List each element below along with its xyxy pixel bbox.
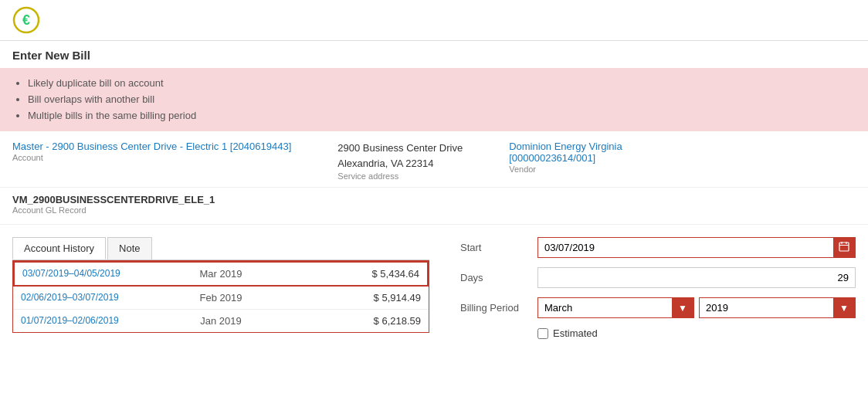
month-select-wrapper: JanuaryFebruaryMarchAprilMayJuneJulyAugu…: [537, 297, 694, 318]
alert-item: Bill overlaps with another bill: [28, 92, 856, 108]
start-date-input[interactable]: [538, 238, 833, 257]
tab-note[interactable]: Note: [107, 237, 151, 259]
estimated-label[interactable]: Estimated: [553, 327, 598, 339]
estimated-row: Estimated: [537, 327, 856, 339]
page-title: Enter New Bill: [0, 41, 868, 68]
year-select-wrapper: 20172018201920202021 ▼: [699, 297, 856, 318]
vendor-block: Dominion Energy Virginia [00000023614/00…: [509, 141, 622, 181]
days-input[interactable]: [537, 267, 856, 288]
vendor-link[interactable]: Dominion Energy Virginia [00000023614/00…: [509, 141, 622, 164]
address-label: Service address: [337, 171, 463, 181]
account-link[interactable]: Master - 2900 Business Center Drive - El…: [12, 141, 291, 152]
days-label: Days: [460, 272, 537, 283]
history-amount: $ 6,218.59: [287, 315, 421, 327]
top-bar: €: [0, 0, 868, 41]
vendor-label: Vendor: [509, 164, 622, 174]
history-date-range: 02/06/2019–03/07/2019: [21, 292, 154, 304]
svg-rect-2: [839, 243, 849, 251]
alert-item: Likely duplicate bill on account: [28, 76, 856, 92]
address-block: 2900 Business Center Drive Alexandria, V…: [337, 141, 463, 181]
history-row[interactable]: 01/07/2019–02/06/2019Jan 2019$ 6,218.59: [13, 310, 429, 332]
account-label: Account: [12, 153, 291, 162]
start-label: Start: [460, 242, 537, 253]
main-content: Account History Note 03/07/2019–04/05/20…: [0, 225, 868, 351]
address-line2: Alexandria, VA 22314: [337, 156, 463, 171]
calendar-button[interactable]: [833, 238, 855, 257]
history-date-range: 01/07/2019–02/06/2019: [21, 315, 154, 327]
history-row[interactable]: 03/07/2019–04/05/2019Mar 2019$ 5,434.64: [13, 261, 429, 287]
year-select[interactable]: 20172018201920202021: [700, 298, 855, 317]
estimated-checkbox[interactable]: [537, 328, 548, 339]
tab-account-history[interactable]: Account History: [12, 237, 106, 259]
address-line1: 2900 Business Center Drive: [337, 141, 463, 156]
history-period: Feb 2019: [154, 292, 288, 304]
alert-list: Likely duplicate bill on accountBill ove…: [12, 76, 856, 124]
history-date-range: 03/07/2019–04/05/2019: [22, 268, 154, 280]
info-section: Master - 2900 Business Center Drive - El…: [0, 131, 868, 188]
tabs: Account History Note: [12, 237, 429, 260]
right-panel: Start Days Billing Period JanuaryFebruar…: [460, 237, 856, 339]
history-table: 03/07/2019–04/05/2019Mar 2019$ 5,434.640…: [12, 260, 429, 333]
billing-period-label: Billing Period: [460, 302, 537, 314]
left-panel: Account History Note 03/07/2019–04/05/20…: [12, 237, 429, 339]
month-select[interactable]: JanuaryFebruaryMarchAprilMayJuneJulyAugu…: [538, 298, 693, 317]
history-amount: $ 5,434.64: [287, 268, 419, 280]
billing-period-row: Billing Period JanuaryFebruaryMarchApril…: [460, 297, 856, 318]
account-block: Master - 2900 Business Center Drive - El…: [12, 141, 291, 181]
days-row: Days: [460, 267, 856, 288]
history-row[interactable]: 02/06/2019–03/07/2019Feb 2019$ 5,914.49: [13, 287, 429, 310]
start-row: Start: [460, 237, 856, 258]
company-logo: €: [12, 6, 40, 34]
svg-text:€: €: [22, 12, 30, 28]
alert-box: Likely duplicate bill on accountBill ove…: [0, 68, 868, 131]
billing-selects: JanuaryFebruaryMarchAprilMayJuneJulyAugu…: [537, 297, 856, 318]
history-amount: $ 5,914.49: [287, 292, 421, 304]
history-period: Jan 2019: [154, 315, 288, 327]
history-period: Mar 2019: [154, 268, 287, 280]
alert-item: Multiple bills in the same billing perio…: [28, 108, 856, 124]
gl-section: VM_2900BUSINESSCENTERDRIVE_ELE_1 Account…: [0, 188, 868, 225]
gl-record: VM_2900BUSINESSCENTERDRIVE_ELE_1: [12, 194, 856, 205]
start-date-wrapper: [537, 237, 856, 258]
gl-label: Account GL Record: [12, 205, 856, 215]
